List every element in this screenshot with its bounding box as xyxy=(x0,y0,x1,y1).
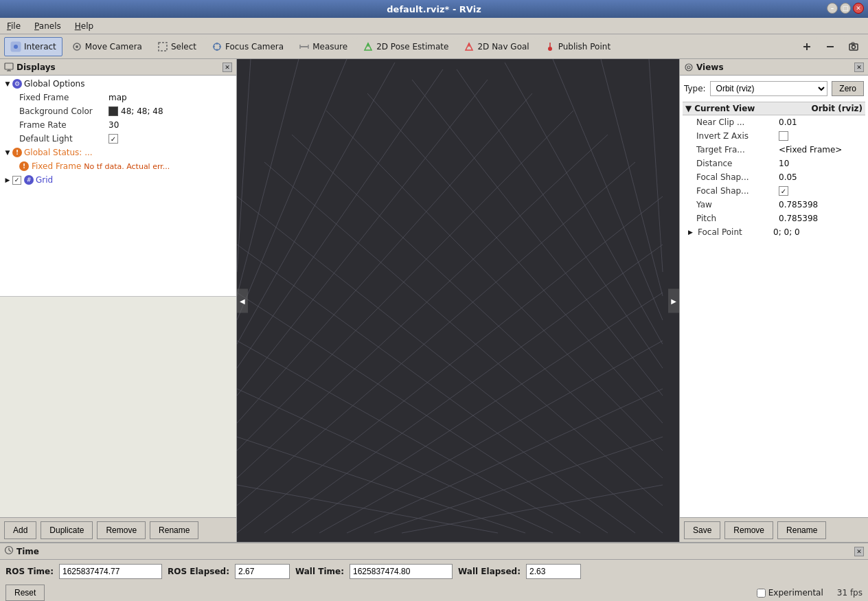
background-color-row: Background Color 48; 48; 48 xyxy=(0,104,236,118)
titlebar-controls: – □ ✕ xyxy=(827,3,864,14)
time-bottom-bar: Reset Experimental 31 fps xyxy=(0,583,868,601)
toolbar: Interact Move Camera Select xyxy=(0,34,868,59)
menu-file[interactable]: File xyxy=(4,21,23,32)
maximize-button[interactable]: □ xyxy=(840,3,851,14)
views-close-button[interactable]: ✕ xyxy=(854,63,864,72)
select-icon xyxy=(157,41,168,52)
ros-time-label: ROS Time: xyxy=(5,567,54,576)
grid-toggle[interactable]: ▶ xyxy=(3,175,12,185)
experimental-row: Experimental xyxy=(757,588,823,598)
svg-line-67 xyxy=(9,550,11,552)
2d-pose-label: 2D Pose Estimate xyxy=(376,42,448,52)
focal-shape2-checkbox[interactable]: ✓ xyxy=(779,186,788,196)
global-status-label: Global Status: ... xyxy=(24,148,93,157)
focal-shape1-value[interactable]: 0.05 xyxy=(779,172,797,182)
background-color-value[interactable]: 48; 48; 48 xyxy=(108,106,163,116)
target-frame-label: Target Fra... xyxy=(696,145,779,155)
add-button[interactable]: Add xyxy=(4,521,36,539)
background-color-swatch xyxy=(108,106,118,116)
experimental-checkbox[interactable] xyxy=(757,589,766,598)
2d-nav-button[interactable]: 2D Nav Goal xyxy=(457,37,535,56)
global-options-item[interactable]: ▼ ⚙ Global Options xyxy=(0,77,236,91)
2d-nav-icon xyxy=(464,41,475,52)
grid-item[interactable]: ▶ ✓ # Grid xyxy=(0,173,236,187)
focal-point-toggle[interactable]: ▶ xyxy=(688,229,698,236)
invert-z-checkbox[interactable] xyxy=(779,131,788,141)
pitch-label: Pitch xyxy=(696,214,779,223)
focus-camera-button[interactable]: Focus Camera xyxy=(205,37,290,56)
svg-rect-28 xyxy=(237,59,679,542)
grid-icon: # xyxy=(24,175,34,185)
remove-display-button[interactable]: Remove xyxy=(97,521,146,539)
wall-elapsed-label: Wall Elapsed: xyxy=(458,567,521,576)
focal-point-value[interactable]: 0; 0; 0 xyxy=(773,227,800,237)
publish-point-button[interactable]: Publish Point xyxy=(538,37,617,56)
global-status-item[interactable]: ▼ ! Global Status: ... xyxy=(0,146,236,159)
time-panel-close-button[interactable]: ✕ xyxy=(854,547,864,556)
background-color-label: Background Color xyxy=(19,106,108,116)
duplicate-button[interactable]: Duplicate xyxy=(41,521,93,539)
ros-elapsed-input[interactable] xyxy=(235,564,290,579)
minimize-button[interactable]: – xyxy=(827,3,838,14)
measure-button[interactable]: Measure xyxy=(293,37,354,56)
fixed-frame-error-item[interactable]: ! Fixed Frame No tf data. Actual err... xyxy=(0,159,236,173)
global-status-toggle[interactable]: ▼ xyxy=(3,148,12,157)
rename-display-button[interactable]: Rename xyxy=(150,521,198,539)
reset-button[interactable]: Reset xyxy=(5,585,45,601)
move-camera-button[interactable]: Move Camera xyxy=(65,37,148,56)
2d-pose-button[interactable]: 2D Pose Estimate xyxy=(356,37,455,56)
window-title: default.rviz* - RViz xyxy=(387,4,481,14)
2d-pose-icon xyxy=(363,41,374,52)
rename-view-button[interactable]: Rename xyxy=(777,521,826,539)
svg-point-1 xyxy=(14,45,18,49)
viewport[interactable]: ◀ xyxy=(237,59,679,542)
save-view-button[interactable]: Save xyxy=(684,521,720,539)
focal-shape2-label: Focal Shap... xyxy=(696,186,779,196)
wall-elapsed-input[interactable] xyxy=(526,564,581,579)
displays-close-button[interactable]: ✕ xyxy=(222,63,232,72)
menu-help[interactable]: Help xyxy=(72,21,96,32)
interact-button[interactable]: Interact xyxy=(4,37,62,56)
viewport-left-arrow[interactable]: ◀ xyxy=(237,288,248,313)
menu-panels[interactable]: Panels xyxy=(32,21,64,32)
focus-camera-icon xyxy=(212,41,222,52)
global-options-label: Global Options xyxy=(24,79,84,89)
ros-time-input[interactable] xyxy=(59,564,162,579)
zoom-out-button[interactable] xyxy=(820,37,841,56)
interact-label: Interact xyxy=(24,42,56,52)
views-panel-title: Views xyxy=(696,63,724,72)
default-light-checkbox[interactable]: ✓ xyxy=(108,134,118,144)
select-button[interactable]: Select xyxy=(151,37,203,56)
invert-z-value xyxy=(779,131,788,141)
close-button[interactable]: ✕ xyxy=(853,3,864,14)
fixed-frame-value[interactable]: map xyxy=(108,93,127,102)
distance-label: Distance xyxy=(696,159,779,168)
move-camera-label: Move Camera xyxy=(85,42,142,52)
global-options-icon: ⚙ xyxy=(12,79,22,89)
titlebar: default.rviz* - RViz – □ ✕ xyxy=(0,0,868,18)
global-status-icon: ! xyxy=(12,148,22,157)
yaw-value[interactable]: 0.785398 xyxy=(779,200,818,209)
pitch-value[interactable]: 0.785398 xyxy=(779,214,818,223)
plus-icon xyxy=(801,41,812,52)
current-view-label: Current View xyxy=(694,104,755,113)
default-light-value[interactable]: ✓ xyxy=(108,134,118,144)
focal-shape1-label: Focal Shap... xyxy=(696,172,779,182)
near-clip-value[interactable]: 0.01 xyxy=(779,117,797,127)
current-view-toggle[interactable]: ▼ xyxy=(685,104,692,113)
frame-rate-value[interactable]: 30 xyxy=(108,120,119,130)
target-frame-value[interactable]: <Fixed Frame> xyxy=(779,145,842,155)
zoom-in-button[interactable] xyxy=(797,37,817,56)
viewport-right-arrow[interactable]: ▶ xyxy=(668,288,679,313)
camera-settings-button[interactable] xyxy=(843,37,864,56)
remove-view-button[interactable]: Remove xyxy=(724,521,773,539)
grid-checkbox[interactable]: ✓ xyxy=(12,176,21,185)
camera-icon xyxy=(848,41,859,52)
wall-time-input[interactable] xyxy=(350,564,453,579)
minus-icon xyxy=(825,41,836,52)
distance-value[interactable]: 10 xyxy=(779,159,789,168)
zero-button[interactable]: Zero xyxy=(832,81,864,96)
type-select[interactable]: Orbit (rviz) xyxy=(710,81,828,96)
yaw-label: Yaw xyxy=(696,200,779,209)
global-options-toggle[interactable]: ▼ xyxy=(3,79,12,89)
